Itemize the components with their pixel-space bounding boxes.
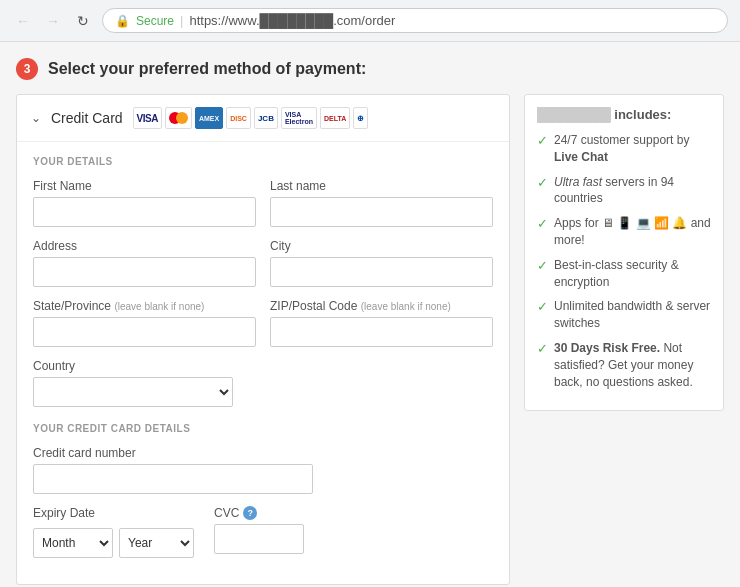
feature-text: Best-in-class security & encryption bbox=[554, 257, 711, 291]
card-details-label: YOUR CREDIT CARD DETAILS bbox=[33, 423, 493, 434]
year-select[interactable]: Year 202420252026 2027202820292030 bbox=[119, 528, 194, 558]
url-divider: | bbox=[180, 13, 183, 28]
city-input[interactable] bbox=[270, 257, 493, 287]
first-name-input[interactable] bbox=[33, 197, 256, 227]
feature-item: ✓ 24/7 customer support by Live Chat bbox=[537, 132, 711, 166]
last-name-input[interactable] bbox=[270, 197, 493, 227]
address-input[interactable] bbox=[33, 257, 256, 287]
check-icon: ✓ bbox=[537, 340, 548, 358]
address-group: Address bbox=[33, 239, 256, 287]
payment-method-header[interactable]: ⌄ Credit Card VISA AMEX bbox=[17, 95, 509, 142]
cvc-input[interactable] bbox=[214, 524, 304, 554]
feature-text: Ultra fast servers in 94 countries bbox=[554, 174, 711, 208]
refresh-button[interactable]: ↻ bbox=[72, 10, 94, 32]
card-number-label: Credit card number bbox=[33, 446, 313, 460]
browser-chrome: ← → ↻ 🔒 Secure | https://www.████████.co… bbox=[0, 0, 740, 42]
step-number: 3 bbox=[16, 58, 38, 80]
feature-item: ✓ Ultra fast servers in 94 countries bbox=[537, 174, 711, 208]
address-row: Address City bbox=[33, 239, 493, 287]
state-zip-row: State/Province (leave blank if none) ZIP… bbox=[33, 299, 493, 347]
diners-icon: ⊕ bbox=[353, 107, 368, 129]
feature-item: ✓ Apps for 🖥 📱 💻 📶 🔔 and more! bbox=[537, 215, 711, 249]
feature-item: ✓ Unlimited bandwidth & server switches bbox=[537, 298, 711, 332]
check-icon: ✓ bbox=[537, 132, 548, 150]
jcb-icon: JCB bbox=[254, 107, 278, 129]
main-layout: ⌄ Credit Card VISA AMEX bbox=[16, 94, 724, 585]
payment-panel: ⌄ Credit Card VISA AMEX bbox=[16, 94, 510, 585]
state-group: State/Province (leave blank if none) bbox=[33, 299, 256, 347]
method-label: Credit Card bbox=[51, 110, 123, 126]
feature-text: 30 Days Risk Free. Not satisfied? Get yo… bbox=[554, 340, 711, 390]
feature-item: ✓ Best-in-class security & encryption bbox=[537, 257, 711, 291]
page-content: 3 Select your preferred method of paymen… bbox=[0, 42, 740, 587]
address-label: Address bbox=[33, 239, 256, 253]
sidebar: ████████ includes: ✓ 24/7 customer suppo… bbox=[524, 94, 724, 585]
country-select[interactable] bbox=[33, 377, 233, 407]
cvc-group: CVC ? bbox=[214, 506, 304, 554]
country-label: Country bbox=[33, 359, 233, 373]
city-label: City bbox=[270, 239, 493, 253]
expiry-label: Expiry Date bbox=[33, 506, 194, 520]
amex-icon: AMEX bbox=[195, 107, 223, 129]
check-icon: ✓ bbox=[537, 215, 548, 233]
check-icon: ✓ bbox=[537, 298, 548, 316]
state-label: State/Province (leave blank if none) bbox=[33, 299, 256, 313]
visa-icon: VISA bbox=[133, 107, 162, 129]
feature-item: ✓ 30 Days Risk Free. Not satisfied? Get … bbox=[537, 340, 711, 390]
back-button[interactable]: ← bbox=[12, 10, 34, 32]
state-input[interactable] bbox=[33, 317, 256, 347]
form-area: YOUR DETAILS First Name Last name Ad bbox=[17, 142, 509, 584]
country-row: Country bbox=[33, 359, 493, 407]
month-select[interactable]: Month 010203 040506 070809 101112 bbox=[33, 528, 113, 558]
check-icon: ✓ bbox=[537, 257, 548, 275]
sidebar-brand: ████████ includes: bbox=[537, 107, 711, 122]
expiry-group: Expiry Date Month 010203 040506 070809 1… bbox=[33, 506, 194, 558]
first-name-group: First Name bbox=[33, 179, 256, 227]
zip-label: ZIP/Postal Code (leave blank if none) bbox=[270, 299, 493, 313]
feature-list: ✓ 24/7 customer support by Live Chat ✓ U… bbox=[537, 132, 711, 390]
card-number-group: Credit card number bbox=[33, 446, 313, 494]
cvc-label-row: CVC ? bbox=[214, 506, 304, 520]
cvc-info-icon[interactable]: ? bbox=[243, 506, 257, 520]
zip-input[interactable] bbox=[270, 317, 493, 347]
first-name-label: First Name bbox=[33, 179, 256, 193]
address-bar[interactable]: 🔒 Secure | https://www.████████.com/orde… bbox=[102, 8, 728, 33]
name-row: First Name Last name bbox=[33, 179, 493, 227]
city-group: City bbox=[270, 239, 493, 287]
step-heading: 3 Select your preferred method of paymen… bbox=[16, 58, 724, 80]
lock-icon: 🔒 bbox=[115, 14, 130, 28]
last-name-group: Last name bbox=[270, 179, 493, 227]
brand-name: ████████ bbox=[537, 107, 611, 122]
feature-text: 24/7 customer support by Live Chat bbox=[554, 132, 711, 166]
includes-label: includes: bbox=[614, 107, 671, 122]
forward-button[interactable]: → bbox=[42, 10, 64, 32]
mastercard-icon bbox=[165, 107, 192, 129]
chevron-down-icon: ⌄ bbox=[31, 111, 41, 125]
last-name-label: Last name bbox=[270, 179, 493, 193]
card-number-row: Credit card number bbox=[33, 446, 493, 494]
country-group: Country bbox=[33, 359, 233, 407]
delta-icon: DELTA bbox=[320, 107, 350, 129]
check-icon: ✓ bbox=[537, 174, 548, 192]
sidebar-content: ████████ includes: ✓ 24/7 customer suppo… bbox=[524, 94, 724, 411]
card-number-input[interactable] bbox=[33, 464, 313, 494]
secure-label: Secure bbox=[136, 14, 174, 28]
card-icons: VISA AMEX DISC bbox=[133, 107, 369, 129]
your-details-label: YOUR DETAILS bbox=[33, 156, 493, 167]
visa-electron-icon: VISAElectron bbox=[281, 107, 317, 129]
feature-text: Unlimited bandwidth & server switches bbox=[554, 298, 711, 332]
url-text: https://www.████████.com/order bbox=[189, 13, 395, 28]
expiry-selects: Month 010203 040506 070809 101112 Year 2… bbox=[33, 528, 194, 558]
zip-group: ZIP/Postal Code (leave blank if none) bbox=[270, 299, 493, 347]
discover-icon: DISC bbox=[226, 107, 251, 129]
cvc-label: CVC bbox=[214, 506, 239, 520]
step-title: Select your preferred method of payment: bbox=[48, 60, 366, 78]
expiry-cvc-row: Expiry Date Month 010203 040506 070809 1… bbox=[33, 506, 493, 558]
feature-text: Apps for 🖥 📱 💻 📶 🔔 and more! bbox=[554, 215, 711, 249]
